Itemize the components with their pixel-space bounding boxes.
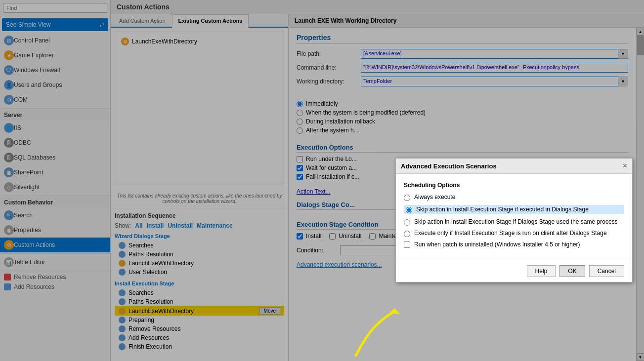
- modal-title: Advanced Execution Scenarios: [401, 162, 497, 170]
- modal-checkbox-patch: Run when patch is uninstalled (Windows I…: [404, 241, 624, 248]
- modal-ok-button[interactable]: OK: [559, 265, 585, 277]
- modal-radio-skip-same-process: Skip action in Install Execution Stage i…: [404, 218, 624, 226]
- modal-radio-execute-client-input[interactable]: [404, 231, 410, 237]
- modal-radio-skip-dialogs: Skip action in Install Execution Stage i…: [404, 205, 624, 214]
- modal-radio-execute-client-label: Execute only if Install Execution Stage …: [414, 230, 607, 237]
- modal-radio-always-execute: Always execute: [404, 194, 624, 201]
- modal-radio-skip-same-process-input[interactable]: [404, 219, 410, 226]
- modal-radio-always-execute-label: Always execute: [414, 194, 455, 201]
- modal-cancel-button[interactable]: Cancel: [589, 265, 624, 277]
- modal-radio-skip-same-process-label: Skip action in Install Execution Stage i…: [414, 218, 618, 225]
- modal-overlay: Advanced Execution Scenarios × Schedulin…: [0, 0, 644, 361]
- advanced-execution-modal: Advanced Execution Scenarios × Schedulin…: [395, 158, 633, 282]
- modal-checkbox-patch-label: Run when patch is uninstalled (Windows I…: [414, 241, 580, 248]
- modal-scheduling-label: Scheduling Options: [404, 182, 624, 189]
- modal-checkbox-patch-input[interactable]: [404, 241, 410, 248]
- modal-radio-skip-dialogs-input[interactable]: [406, 207, 412, 213]
- modal-radio-always-execute-input[interactable]: [404, 195, 410, 201]
- modal-close-button[interactable]: ×: [623, 161, 627, 170]
- modal-radio-skip-dialogs-label: Skip action in Install Execution Stage i…: [416, 206, 589, 213]
- modal-footer: Help OK Cancel: [396, 260, 632, 282]
- modal-titlebar: Advanced Execution Scenarios ×: [396, 159, 632, 174]
- modal-body: Scheduling Options Always execute Skip a…: [396, 174, 632, 260]
- modal-help-button[interactable]: Help: [527, 265, 556, 277]
- modal-radio-execute-client: Execute only if Install Execution Stage …: [404, 230, 624, 237]
